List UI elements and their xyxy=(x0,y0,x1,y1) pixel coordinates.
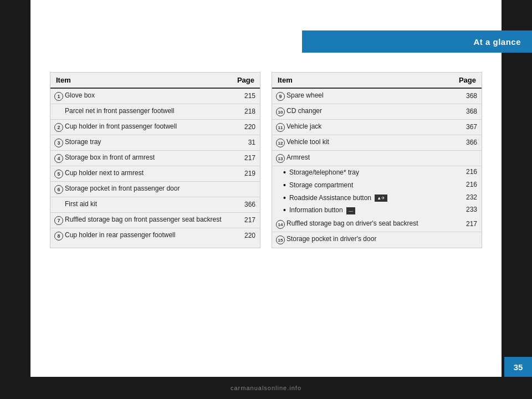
table-row: 12 Vehicle tool kit 366 xyxy=(272,135,482,151)
row-page: 220 xyxy=(240,122,255,131)
bullet-row: • Storage/telephone* tray 216 xyxy=(272,166,482,179)
bullet-icon: • xyxy=(283,193,286,203)
table-row: 10 CD changer 368 xyxy=(272,104,482,120)
row-text: Spare wheel xyxy=(287,91,462,100)
table-row: 14 Ruffled storage bag on driver's seat … xyxy=(272,217,482,232)
row-num: 15 xyxy=(274,234,287,244)
row-page: 217 xyxy=(240,153,255,162)
row-num: 14 xyxy=(274,219,287,229)
header-bar: At a glance xyxy=(302,30,532,53)
bullet-text: Storage compartment xyxy=(289,181,462,190)
table-row: 11 Vehicle jack 367 xyxy=(272,120,482,135)
row-num: 8 xyxy=(53,231,65,241)
left-col-page: Page xyxy=(237,76,254,84)
left-table: Item Page 1 Glove box 215 Parcel net in … xyxy=(50,72,260,248)
row-num: 7 xyxy=(53,215,65,225)
row-text: Storage tray xyxy=(65,137,240,147)
row-text: Cup holder next to armrest xyxy=(65,168,240,178)
table-row: 7 Ruffled storage bag on front passenger… xyxy=(50,213,260,228)
bullet-row: • Information button — 233 xyxy=(272,204,482,217)
table-row: 1 Glove box 215 xyxy=(50,89,260,104)
row-page: 219 xyxy=(240,168,255,177)
table-row: 6 Storage pocket in front passenger door xyxy=(50,182,260,197)
right-col-page: Page xyxy=(459,76,476,84)
row-num: 9 xyxy=(274,91,287,101)
tables-container: Item Page 1 Glove box 215 Parcel net in … xyxy=(50,72,482,248)
row-page: 220 xyxy=(240,231,255,239)
bullet-page: 232 xyxy=(462,193,477,201)
page-number-badge: 35 xyxy=(504,357,532,377)
right-table: Item Page 9 Spare wheel 368 10 CD change… xyxy=(272,72,482,248)
row-text: Storage pocket in front passenger door xyxy=(65,184,240,193)
row-num xyxy=(53,200,65,201)
table-row: 5 Cup holder next to armrest 219 xyxy=(50,166,260,182)
row-num: 11 xyxy=(274,122,287,132)
row-page xyxy=(240,184,255,185)
row-page: 368 xyxy=(462,106,477,115)
row-num: 6 xyxy=(53,184,65,194)
row-page xyxy=(462,153,477,154)
row-text: Vehicle jack xyxy=(287,122,462,131)
bullet-icon: • xyxy=(283,206,286,215)
header-title: At a glance xyxy=(473,37,521,47)
table-row: Parcel net in front passenger footwell 2… xyxy=(50,104,260,120)
row-page: 218 xyxy=(240,106,255,115)
row-num: 3 xyxy=(53,137,65,147)
row-page: 366 xyxy=(240,200,255,208)
row-text: Cup holder in front passenger footwell xyxy=(65,122,240,131)
row-num: 12 xyxy=(274,137,287,147)
row-text: First aid kit xyxy=(65,200,240,209)
table-row: 15 Storage pocket in driver's door xyxy=(272,232,482,248)
bullet-row: • Roadside Assistance button ▲✈ 232 xyxy=(272,192,482,204)
bullet-icon: • xyxy=(283,181,286,190)
row-page: 217 xyxy=(462,219,477,228)
page-number: 35 xyxy=(514,362,523,372)
row-text: Vehicle tool kit xyxy=(287,137,462,147)
row-num: 10 xyxy=(274,106,287,116)
row-page: 31 xyxy=(240,137,255,146)
table-row: 2 Cup holder in front passenger footwell… xyxy=(50,120,260,135)
watermark-area: carmanualsonline.info xyxy=(0,377,532,399)
row-num: 5 xyxy=(53,168,65,178)
row-num: 4 xyxy=(53,153,65,163)
right-table-header: Item Page xyxy=(272,73,482,89)
table-row: 13 Armrest xyxy=(272,151,482,166)
row-num xyxy=(53,106,65,108)
table-row: First aid kit 366 xyxy=(50,197,260,213)
bullet-page: 233 xyxy=(462,206,477,213)
row-text: Storage pocket in driver's door xyxy=(287,234,462,244)
bullet-page: 216 xyxy=(462,181,477,188)
row-num: 2 xyxy=(53,122,65,132)
bullet-text: Roadside Assistance button ▲✈ xyxy=(289,193,462,203)
row-text: Storage box in front of armrest xyxy=(65,153,240,162)
row-num: 13 xyxy=(274,153,287,163)
row-page: 368 xyxy=(462,91,477,100)
info-icon: — xyxy=(346,207,355,214)
row-text: Parcel net in front passenger footwell xyxy=(65,106,240,116)
row-page: 367 xyxy=(462,122,477,131)
bullet-page: 216 xyxy=(462,168,477,176)
right-col-item: Item xyxy=(278,76,293,84)
bullet-text: Information button — xyxy=(289,206,462,215)
row-text: Ruffled storage bag on front passenger s… xyxy=(65,215,240,224)
bullet-icon: • xyxy=(283,168,286,177)
left-table-header: Item Page xyxy=(50,73,260,89)
row-text: Ruffled storage bag on driver's seat bac… xyxy=(287,219,462,228)
row-page: 366 xyxy=(462,137,477,146)
row-text: Cup holder in rear passenger footwell xyxy=(65,231,240,240)
roadside-icon: ▲✈ xyxy=(375,195,387,202)
bullet-text: Storage/telephone* tray xyxy=(289,168,462,177)
bullet-row: • Storage compartment 216 xyxy=(272,179,482,192)
row-text: Glove box xyxy=(65,91,240,100)
table-row: 9 Spare wheel 368 xyxy=(272,89,482,104)
row-num: 1 xyxy=(53,91,65,101)
row-page: 215 xyxy=(240,91,255,100)
row-page: 217 xyxy=(240,215,255,224)
watermark-text: carmanualsonline.info xyxy=(231,385,301,391)
table-row: 8 Cup holder in rear passenger footwell … xyxy=(50,228,260,244)
row-page xyxy=(462,234,477,236)
row-text: Armrest xyxy=(287,153,462,162)
left-col-item: Item xyxy=(56,76,71,84)
table-row: 3 Storage tray 31 xyxy=(50,135,260,151)
table-row: 4 Storage box in front of armrest 217 xyxy=(50,151,260,166)
